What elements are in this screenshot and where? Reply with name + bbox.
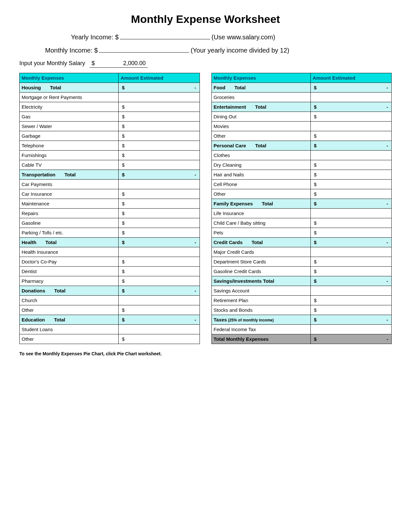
row-amount[interactable]: $ [119, 276, 200, 286]
salary-input-value[interactable]: $ 2,000.00 [90, 60, 148, 68]
row-amount[interactable] [119, 247, 200, 257]
row-amount[interactable]: $ [310, 180, 391, 189]
row-amount[interactable]: $ [119, 257, 200, 267]
row-amount[interactable]: $- [310, 334, 391, 344]
monthly-income-label: Monthly Income: $ [45, 47, 98, 54]
monthly-income-blank[interactable] [99, 52, 189, 53]
row-amount[interactable]: $- [310, 199, 391, 209]
row-label: Electricity [20, 102, 119, 112]
row-amount[interactable]: $ [119, 122, 200, 131]
row-amount[interactable] [119, 93, 200, 102]
row-amount[interactable]: $- [310, 315, 391, 325]
table-row: Personal CareTotal$- [211, 141, 392, 151]
row-amount[interactable]: $ [119, 112, 200, 122]
row-label: Other [211, 131, 310, 141]
row-amount[interactable]: $ [119, 189, 200, 199]
table-row: Other$ [20, 334, 200, 344]
row-label: Parking / Tolls / etc. [20, 228, 119, 238]
yearly-income-hint: (Use www.salary.com) [211, 34, 275, 41]
row-amount[interactable]: $- [310, 102, 391, 112]
table-row: Maintenance$ [20, 199, 200, 209]
row-amount[interactable]: $ [310, 160, 391, 170]
row-amount[interactable]: $ [119, 102, 200, 112]
row-label: Dry Cleaning [211, 160, 310, 170]
row-amount[interactable]: $ [119, 131, 200, 141]
row-amount[interactable]: $ [119, 199, 200, 209]
monthly-income-line: Monthly Income: $ (Your yearly income di… [19, 47, 392, 54]
table-row: Savings Account [211, 286, 392, 296]
row-amount[interactable] [310, 151, 391, 160]
row-amount[interactable]: $ [119, 151, 200, 160]
row-label: Family ExpensesTotal [211, 199, 310, 209]
table-row: Parking / Tolls / etc.$ [20, 228, 200, 238]
row-amount[interactable] [119, 325, 200, 334]
row-amount[interactable] [310, 209, 391, 218]
row-amount[interactable]: $ [310, 218, 391, 228]
row-amount[interactable]: $ [119, 305, 200, 315]
row-amount[interactable]: $ [310, 296, 391, 305]
row-label: Church [20, 296, 119, 305]
table-row: EducationTotal$- [20, 315, 200, 325]
row-label: Cell Phone [211, 180, 310, 189]
row-amount[interactable] [310, 122, 391, 131]
row-amount[interactable]: $- [119, 238, 200, 247]
row-amount[interactable]: $ [310, 189, 391, 199]
table-row: HealthTotal$- [20, 238, 200, 247]
row-amount[interactable]: $- [310, 238, 391, 247]
row-amount[interactable]: $ [119, 160, 200, 170]
row-amount[interactable] [119, 296, 200, 305]
row-amount[interactable]: $ [310, 131, 391, 141]
expense-table-left: Monthly Expenses Amount Estimated Housin… [19, 73, 200, 344]
table-row: Other$ [211, 131, 392, 141]
row-amount[interactable]: $- [310, 141, 391, 151]
row-amount[interactable]: $ [310, 228, 391, 238]
yearly-income-label: Yearly Income: $ [71, 34, 119, 41]
row-label: Other [211, 189, 310, 199]
table-row: Doctor's Co-Pay$ [20, 257, 200, 267]
table-header-expenses: Monthly Expenses [20, 73, 119, 83]
table-row: Stocks and Bonds$ [211, 305, 392, 315]
row-amount[interactable]: $- [119, 83, 200, 93]
row-amount[interactable]: $ [119, 209, 200, 218]
row-amount[interactable]: $- [119, 315, 200, 325]
salary-input-row: Input your Monthly Salary $ 2,000.00 [19, 60, 392, 68]
table-row: Groceries [211, 93, 392, 102]
table-row: Child Care / Baby sitting$ [211, 218, 392, 228]
row-amount[interactable]: $- [310, 276, 391, 286]
yearly-income-line: Yearly Income: $ (Use www.salary.com) [19, 34, 392, 41]
table-row: Credit CardsTotal$- [211, 238, 392, 247]
row-amount[interactable]: $- [310, 83, 391, 93]
row-label: Pets [211, 228, 310, 238]
row-label: Child Care / Baby sitting [211, 218, 310, 228]
table-row: Repairs$ [20, 209, 200, 218]
table-row: Car Insurance$ [20, 189, 200, 199]
row-amount[interactable]: $ [119, 218, 200, 228]
row-label: Gas [20, 112, 119, 122]
row-amount[interactable] [310, 247, 391, 257]
table-row: Total Monthly Expenses$- [211, 334, 392, 344]
row-label: Groceries [211, 93, 310, 102]
row-label: Car Payments [20, 180, 119, 189]
table-header-amount: Amount Estimated [119, 73, 200, 83]
row-amount[interactable]: $ [310, 170, 391, 180]
row-amount[interactable]: $ [310, 305, 391, 315]
row-amount[interactable]: $ [119, 141, 200, 151]
table-row: HousingTotal$- [20, 83, 200, 93]
row-amount[interactable]: $ [310, 267, 391, 276]
table-row: EntertainmentTotal$- [211, 102, 392, 112]
row-amount[interactable]: $ [119, 228, 200, 238]
row-amount[interactable]: $ [119, 267, 200, 276]
row-amount[interactable] [310, 286, 391, 296]
page-title: Monthly Expense Worksheet [19, 13, 392, 25]
row-amount[interactable]: $- [119, 286, 200, 296]
table-row: Student Loans [20, 325, 200, 334]
yearly-income-blank[interactable] [120, 39, 210, 39]
row-amount[interactable]: $ [119, 334, 200, 344]
row-amount[interactable] [310, 93, 391, 102]
row-amount[interactable]: $ [310, 257, 391, 267]
row-amount[interactable]: $- [119, 170, 200, 180]
row-amount[interactable] [310, 325, 391, 334]
row-amount[interactable] [119, 180, 200, 189]
table-row: Pets$ [211, 228, 392, 238]
row-amount[interactable]: $ [310, 112, 391, 122]
